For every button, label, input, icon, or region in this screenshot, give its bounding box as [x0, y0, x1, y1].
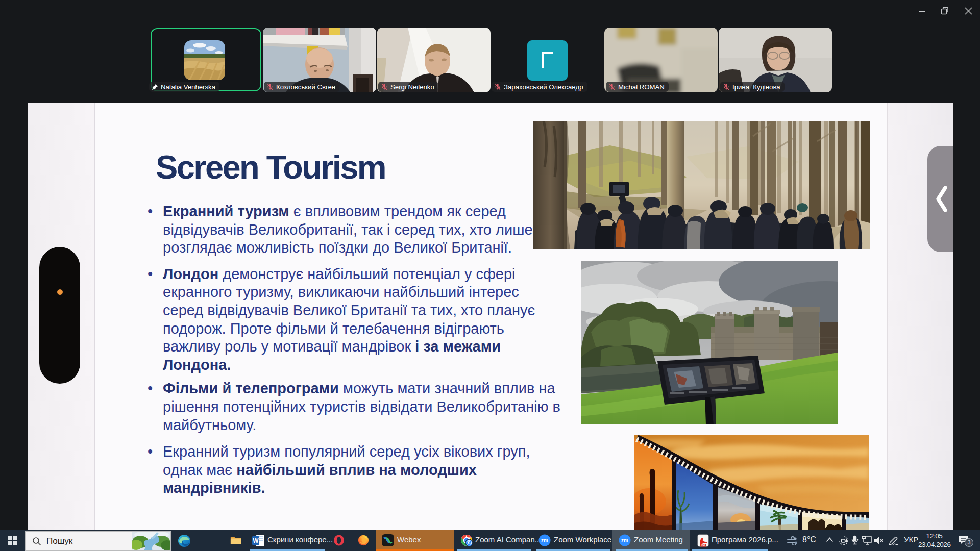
svg-text:W: W: [253, 537, 259, 544]
svg-text:zm: zm: [541, 538, 548, 543]
svg-text:PDF: PDF: [701, 544, 705, 546]
svg-text:zm: zm: [621, 538, 628, 543]
